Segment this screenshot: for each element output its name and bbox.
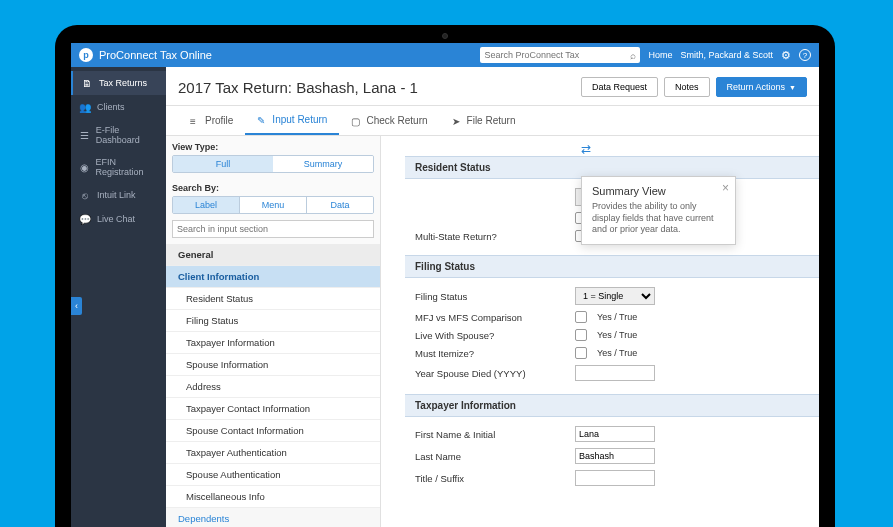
help-icon[interactable]: ? [799, 49, 811, 61]
tree-item[interactable]: Taxpayer Contact Information [166, 398, 380, 420]
firm-name[interactable]: Smith, Packard & Scott [680, 50, 773, 60]
data-request-button[interactable]: Data Request [581, 77, 658, 97]
tree-group-general[interactable]: General [166, 244, 380, 266]
sidebar-item-clients[interactable]: 👥Clients [71, 95, 166, 119]
tree-item[interactable]: Spouse Information [166, 354, 380, 376]
pencil-icon: ✎ [257, 115, 267, 125]
search-icon[interactable]: ⌕ [630, 50, 636, 61]
sidebar-item-link[interactable]: ⎋Intuit Link [71, 183, 166, 207]
input-navigator: View Type: Full Summary Search By: Label… [166, 136, 381, 527]
year-spouse-died-label: Year Spouse Died (YYYY) [415, 368, 565, 379]
top-bar: p ProConnect Tax Online ⌕ Home Smith, Pa… [71, 43, 819, 67]
checkbox-label: Yes / True [597, 348, 637, 358]
badge-icon: ◉ [79, 161, 90, 173]
mfj-checkbox[interactable] [575, 311, 587, 323]
home-link[interactable]: Home [648, 50, 672, 60]
filing-status-label: Filing Status [415, 291, 565, 302]
document-icon: 🗎 [81, 77, 93, 89]
section-tree: General Client Information Resident Stat… [166, 244, 380, 527]
sidebar-item-efin[interactable]: ◉EFIN Registration [71, 151, 166, 183]
summary-tooltip: × Summary View Provides the ability to o… [581, 176, 736, 245]
global-search[interactable]: ⌕ [480, 47, 640, 63]
notes-button[interactable]: Notes [664, 77, 710, 97]
page-title: 2017 Tax Return: Bashash, Lana - 1 [178, 79, 418, 96]
sidebar-item-tax-returns[interactable]: 🗎Tax Returns [71, 71, 166, 95]
brand-icon: p [79, 48, 93, 62]
section-search-input[interactable] [172, 220, 374, 238]
section-filing-status: Filing Status [405, 255, 819, 278]
tree-item[interactable]: Taxpayer Authentication [166, 442, 380, 464]
sidebar-item-label: Tax Returns [99, 78, 147, 88]
first-name-label: First Name & Initial [415, 429, 565, 440]
chevron-down-icon: ▼ [789, 84, 796, 91]
tree-item-client-info[interactable]: Client Information [166, 266, 380, 288]
itemize-label: Must Itemize? [415, 348, 565, 359]
tooltip-body: Provides the ability to only display fie… [592, 201, 725, 236]
tabs: ≡Profile ✎Input Return ▢Check Return ➤Fi… [166, 106, 819, 136]
link-icon: ⎋ [79, 189, 91, 201]
last-name-label: Last Name [415, 451, 565, 462]
people-icon: 👥 [79, 101, 91, 113]
tab-label: Profile [205, 115, 233, 126]
first-name-input[interactable] [575, 426, 655, 442]
multi-state-label: Multi-State Return? [415, 231, 565, 242]
view-type-label: View Type: [166, 136, 380, 155]
sidebar-item-label: E-File Dashboard [96, 125, 158, 145]
tab-label: File Return [467, 115, 516, 126]
checkbox-label: Yes / True [597, 312, 637, 322]
list-icon: ≡ [190, 116, 200, 126]
tree-item[interactable]: Resident Status [166, 288, 380, 310]
tree-item[interactable]: Spouse Authentication [166, 464, 380, 486]
close-icon[interactable]: × [722, 181, 729, 195]
sidebar-item-label: Intuit Link [97, 190, 136, 200]
tab-check-return[interactable]: ▢Check Return [339, 106, 439, 135]
tab-label: Check Return [366, 115, 427, 126]
return-actions-button[interactable]: Return Actions▼ [716, 77, 807, 97]
year-spouse-died-input[interactable] [575, 365, 655, 381]
mfj-label: MFJ vs MFS Comparison [415, 312, 565, 323]
search-by-data-button[interactable]: Data [307, 197, 373, 213]
tab-input-return[interactable]: ✎Input Return [245, 106, 339, 135]
title-suffix-input[interactable] [575, 470, 655, 486]
view-type-toggle: Full Summary [172, 155, 374, 173]
chat-icon: 💬 [79, 213, 91, 225]
send-icon: ➤ [452, 116, 462, 126]
filing-status-select[interactable]: 1 = Single [575, 287, 655, 305]
tree-item-dependents[interactable]: Dependents [166, 508, 380, 527]
section-taxpayer-info: Taxpayer Information [405, 394, 819, 417]
title-suffix-label: Title / Suffix [415, 473, 565, 484]
tree-item[interactable]: Spouse Contact Information [166, 420, 380, 442]
search-by-menu-button[interactable]: Menu [240, 197, 307, 213]
dashboard-icon: ☰ [79, 129, 90, 141]
itemize-checkbox[interactable] [575, 347, 587, 359]
return-actions-label: Return Actions [727, 82, 786, 92]
search-by-toggle: Label Menu Data [172, 196, 374, 214]
page-icon: ▢ [351, 116, 361, 126]
sidebar-item-label: Clients [97, 102, 125, 112]
gear-icon[interactable]: ⚙ [781, 49, 791, 62]
sidebar-item-label: Live Chat [97, 214, 135, 224]
tab-label: Input Return [272, 114, 327, 125]
live-spouse-label: Live With Spouse? [415, 330, 565, 341]
tab-file-return[interactable]: ➤File Return [440, 106, 528, 135]
tab-profile[interactable]: ≡Profile [178, 106, 245, 135]
sidebar-item-efile[interactable]: ☰E-File Dashboard [71, 119, 166, 151]
view-full-button[interactable]: Full [173, 156, 273, 172]
tree-item[interactable]: Address [166, 376, 380, 398]
collapse-sidebar-button[interactable]: ‹ [71, 297, 82, 315]
sort-icon[interactable]: ⇄ [581, 142, 819, 156]
tree-item[interactable]: Taxpayer Information [166, 332, 380, 354]
search-by-label-button[interactable]: Label [173, 197, 240, 213]
tree-item[interactable]: Filing Status [166, 310, 380, 332]
search-input[interactable] [484, 50, 630, 60]
last-name-input[interactable] [575, 448, 655, 464]
tree-item[interactable]: Miscellaneous Info [166, 486, 380, 508]
sidebar-item-label: EFIN Registration [96, 157, 158, 177]
live-spouse-checkbox[interactable] [575, 329, 587, 341]
sidebar: 🗎Tax Returns 👥Clients ☰E-File Dashboard … [71, 67, 166, 527]
view-summary-button[interactable]: Summary [273, 156, 373, 172]
brand-name: ProConnect Tax Online [99, 49, 212, 61]
sidebar-item-chat[interactable]: 💬Live Chat [71, 207, 166, 231]
search-by-label: Search By: [166, 177, 380, 196]
tooltip-title: Summary View [592, 185, 725, 197]
